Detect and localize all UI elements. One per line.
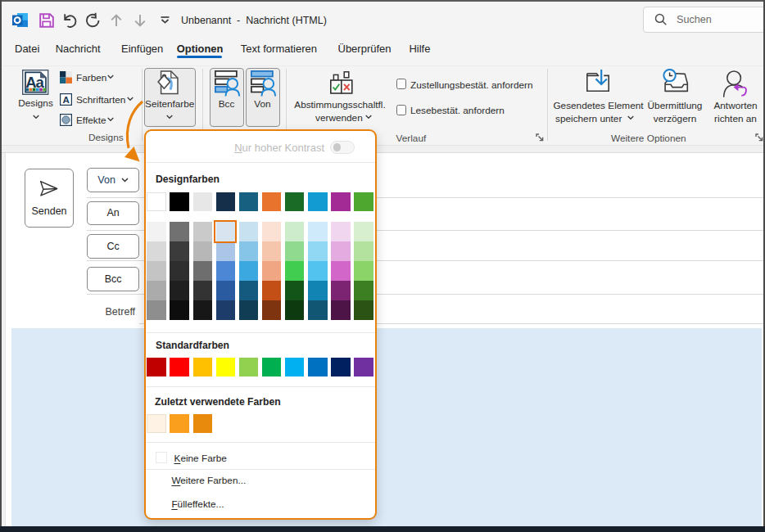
svg-text:A: A (62, 95, 69, 105)
